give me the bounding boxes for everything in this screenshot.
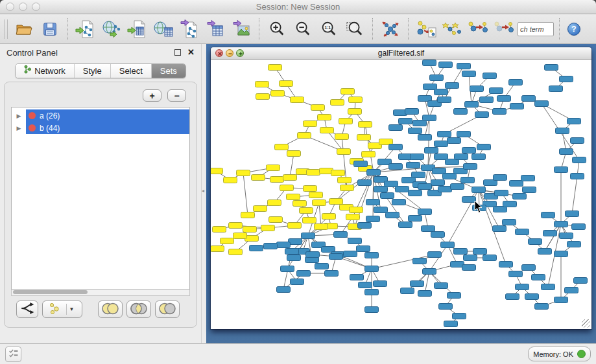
graph-node[interactable] xyxy=(462,265,476,271)
tab-network[interactable]: Network xyxy=(16,64,75,78)
graph-node[interactable] xyxy=(494,175,507,181)
graph-node[interactable] xyxy=(264,244,278,249)
graph-node[interactable] xyxy=(270,177,284,183)
network-frame-titlebar[interactable]: galFiltered.sif xyxy=(211,47,591,60)
graph-node[interactable] xyxy=(405,109,419,115)
graph-node[interactable] xyxy=(224,177,237,183)
graph-node[interactable] xyxy=(280,81,293,87)
graph-node[interactable] xyxy=(571,138,584,144)
graph-node[interactable] xyxy=(525,294,539,300)
graph-node[interactable] xyxy=(495,190,508,196)
graph-node[interactable] xyxy=(401,288,414,294)
graph-node[interactable] xyxy=(307,170,320,176)
graph-node[interactable] xyxy=(444,321,458,327)
import-network-url-button[interactable] xyxy=(99,17,124,41)
zoom-actual-size-button[interactable]: 1:1 xyxy=(316,17,341,41)
graph-node[interactable] xyxy=(560,149,573,155)
graph-node[interactable] xyxy=(268,65,282,71)
first-neighbors-button[interactable] xyxy=(414,17,438,41)
graph-node[interactable] xyxy=(338,177,352,183)
graph-node[interactable] xyxy=(554,167,568,173)
graph-edge[interactable] xyxy=(319,203,321,227)
graph-node[interactable] xyxy=(287,194,300,200)
tab-style[interactable]: Style xyxy=(75,64,111,78)
float-panel-icon[interactable] xyxy=(174,49,181,56)
apply-layout-button[interactable] xyxy=(378,17,403,41)
graph-node[interactable] xyxy=(475,112,489,118)
graph-node[interactable] xyxy=(341,89,355,95)
graph-node[interactable] xyxy=(462,197,476,203)
graph-node[interactable] xyxy=(510,104,524,109)
graph-node[interactable] xyxy=(396,187,409,192)
graph-node[interactable] xyxy=(303,218,316,223)
graph-node[interactable] xyxy=(346,214,360,220)
graph-node[interactable] xyxy=(522,96,536,102)
graph-node[interactable] xyxy=(309,192,323,198)
graph-node[interactable] xyxy=(455,154,468,160)
graph-node[interactable] xyxy=(473,205,486,211)
graph-node[interactable] xyxy=(532,275,545,280)
create-set-split-button[interactable]: ▼ xyxy=(42,301,82,318)
graph-node[interactable] xyxy=(431,232,445,238)
graph-node[interactable] xyxy=(311,105,325,111)
graph-node[interactable] xyxy=(574,278,588,284)
graph-node[interactable] xyxy=(462,71,476,77)
graph-node[interactable] xyxy=(430,75,444,81)
list-item[interactable]: ▶ b (44) xyxy=(12,122,189,134)
tab-sets[interactable]: Sets xyxy=(152,64,185,78)
graph-node[interactable] xyxy=(509,271,523,277)
graph-node[interactable] xyxy=(497,96,511,102)
graph-node[interactable] xyxy=(523,187,536,193)
show-all-button[interactable] xyxy=(492,17,516,41)
graph-node[interactable] xyxy=(243,227,257,233)
window-zoom-button[interactable] xyxy=(32,3,40,11)
collapse-panel-icon[interactable]: ◂ xyxy=(202,188,204,194)
graph-node[interactable] xyxy=(285,249,299,255)
union-sets-button[interactable] xyxy=(98,301,123,318)
task-history-button[interactable] xyxy=(5,347,21,362)
graph-node[interactable] xyxy=(213,227,226,233)
graph-node[interactable] xyxy=(331,170,345,176)
graph-node[interactable] xyxy=(573,157,586,163)
graph-node[interactable] xyxy=(331,100,344,106)
intersection-sets-button[interactable] xyxy=(126,301,151,318)
graph-node[interactable] xyxy=(367,170,381,176)
import-table-url-button[interactable] xyxy=(151,17,176,41)
graph-node[interactable] xyxy=(277,242,291,248)
graph-edge[interactable] xyxy=(243,173,248,215)
graph-node[interactable] xyxy=(457,131,471,137)
export-network-button[interactable] xyxy=(177,17,202,41)
graph-node[interactable] xyxy=(542,212,555,218)
graph-node[interactable] xyxy=(516,229,529,235)
graph-node[interactable] xyxy=(418,209,432,215)
graph-node[interactable] xyxy=(229,249,243,255)
graph-node[interactable] xyxy=(499,262,513,267)
graph-node[interactable] xyxy=(453,313,466,319)
graph-node[interactable] xyxy=(322,214,336,220)
graph-node[interactable] xyxy=(503,201,517,207)
graph-node[interactable] xyxy=(464,164,477,170)
graph-node[interactable] xyxy=(435,154,448,160)
graph-node[interactable] xyxy=(306,252,320,258)
graph-node[interactable] xyxy=(298,133,311,139)
graph-node[interactable] xyxy=(399,119,412,124)
zoom-fit-selected-button[interactable] xyxy=(342,17,367,41)
graph-node[interactable] xyxy=(439,304,453,310)
graph-node[interactable] xyxy=(438,187,452,192)
graph-node[interactable] xyxy=(318,115,331,120)
graph-node[interactable] xyxy=(522,265,536,271)
graph-node[interactable] xyxy=(211,246,224,252)
graph-node[interactable] xyxy=(566,211,579,217)
hide-selected-button[interactable] xyxy=(466,17,490,41)
import-network-file-button[interactable] xyxy=(73,17,98,41)
graph-node[interactable] xyxy=(473,249,487,255)
graph-node[interactable] xyxy=(374,187,388,192)
network-graph[interactable] xyxy=(211,60,591,329)
graph-node[interactable] xyxy=(565,288,578,293)
graph-edge[interactable] xyxy=(545,224,561,251)
graph-node[interactable] xyxy=(560,233,573,239)
graph-node[interactable] xyxy=(229,223,243,229)
graph-node[interactable] xyxy=(358,223,372,229)
graph-node[interactable] xyxy=(399,222,412,228)
graph-node[interactable] xyxy=(567,119,581,124)
